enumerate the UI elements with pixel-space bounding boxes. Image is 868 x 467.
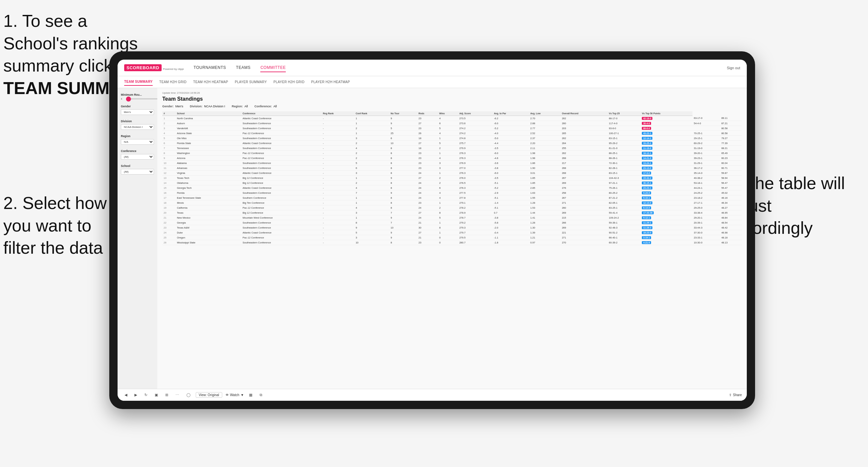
nav-committee[interactable]: COMMITTEE [260,64,286,72]
col-no-tour: No Tour [390,111,417,116]
table-cell: -2.0 [493,225,529,230]
col-reg-rank: Reg Rank [321,111,354,116]
table-cell: 42-18-0 [641,116,692,121]
school-select[interactable]: (All) [121,169,154,175]
table-cell: 280.7 [458,240,493,245]
table-cell: Texas A&M [176,225,241,230]
nav-teams[interactable]: TEAMS [236,64,251,72]
tab-player-summary[interactable]: PLAYER SUMMARY [235,79,267,86]
expand-btn[interactable]: ⧉ [258,392,264,398]
table-cell: 58.94 [720,176,742,181]
table-cell: 0.7 [493,210,529,215]
table-cell: Texas Tech [176,176,241,181]
clock-btn[interactable]: ◯ [184,392,192,398]
table-cell: 279.5 [458,235,493,240]
rounds-slider[interactable] [126,98,157,99]
table-cell: 8 [390,181,417,185]
table-cell: 61-21-0 [608,146,641,151]
share-icon: ⇪ [729,393,732,397]
table-cell: Arizona [176,156,241,161]
table-cell: 37-30-0 [692,230,720,235]
table-cell: 266 [561,220,608,225]
table-cell: 12-14-1 [641,136,692,141]
table-cell: Big 12 Conference [241,176,321,181]
tab-player-h2h-heatmap[interactable]: PLAYER H2H HEATMAP [311,79,350,86]
table-cell: 1.98 [529,151,560,156]
table-cell: Duke [176,230,241,235]
share-btn[interactable]: ⇪ Share [729,393,742,397]
conference-filter-label: Conference: [254,105,272,108]
table-row: 20TexasBig 12 Conference-37278278.90.71.… [162,210,742,215]
standings-table: # School Conference Reg Rank Conf Rank N… [162,111,742,245]
table-cell: Pac-12 Conference [241,156,321,161]
sign-out-button[interactable]: Sign out [727,66,740,70]
table-cell: 279.3 [458,225,493,230]
grid2-btn[interactable]: ▦ [247,392,254,398]
table-cell: 23 [417,156,438,161]
table-cell: 23 [417,161,438,165]
table-cell: 33-38-4 [692,210,720,215]
table-cell: 276.3 [458,170,493,176]
table-cell: 260 [561,121,608,126]
division-select[interactable]: NCAA Division I NCAA Division II NCAA Di… [121,124,154,130]
table-cell: 45.02 [720,190,742,195]
dot-menu-btn[interactable]: ⋯ [174,392,181,398]
nav-forward-btn[interactable]: ▶ [132,392,139,398]
table-cell: -0.4 [493,230,529,235]
table-row: 21New MexicoMountain West Conference-192… [162,215,742,220]
tab-team-summary[interactable]: TEAM SUMMARY [124,78,153,86]
nav-tournaments[interactable]: TOURNAMENTS [194,64,226,72]
tab-player-h2h-grid[interactable]: PLAYER H2H GRID [274,79,305,86]
table-cell: 1 [354,176,390,181]
table-cell: 3 [354,235,390,240]
slider-min-val: 4 [121,98,125,100]
table-cell: 4-21-0 [641,240,692,245]
table-cell: 4 [438,190,458,195]
table-cell: 1.44 [529,210,560,215]
table-cell: Illinois [176,200,241,205]
table-cell: Arkansas [176,165,241,170]
table-cell: 53-18-1 [692,181,720,185]
refresh-btn[interactable]: ↻ [143,392,149,398]
conference-select[interactable]: (All) [121,154,154,160]
table-cell: 6 [162,141,176,146]
table-cell: -5.1 [493,181,529,185]
table-cell: 77.39 [720,141,742,146]
copy-btn[interactable]: ▣ [153,392,160,398]
table-cell: 46.98 [720,230,742,235]
table-cell: -3.8 [493,165,529,170]
table-cell: 8 [390,165,417,170]
table-cell: 46.34 [720,200,742,205]
table-cell: 8 [390,205,417,210]
tab-team-h2h-heatmap[interactable]: TEAM H2H HEATMAP [193,79,228,86]
table-cell: 24-25-2 [692,190,720,195]
watch-btn[interactable]: 👁 Watch ▼ [225,393,244,397]
gender-filter-display: Gender: Men's [162,105,183,108]
grid-btn[interactable]: ⊞ [163,392,170,398]
sidebar-filters: Minimum Rou... 4 30 Gender Men's Women's [118,88,157,389]
nav-back-btn[interactable]: ◀ [123,392,129,398]
table-cell: 2.52 [529,131,560,136]
table-cell: - [321,126,354,131]
table-cell: - [321,185,354,190]
table-cell: Ole Miss [176,136,241,141]
table-cell: 8-14-0 [641,205,692,210]
table-cell: 7 [162,146,176,151]
gender-select[interactable]: Men's Women's [121,109,154,115]
view-original-btn[interactable]: View: Original [196,392,222,398]
table-cell: -4.6 [493,156,529,161]
table-cell: 1.86 [529,161,560,165]
table-cell: 18 [417,136,438,141]
table-cell: 11-28-3 [641,225,692,230]
table-cell: 39-20-1 [692,151,720,156]
table-row: 9ArizonaPac-12 Conference-28234276.3-4.6… [162,156,742,161]
tab-team-h2h-grid[interactable]: TEAM H2H GRID [159,79,186,86]
table-row: 23Texas A&MSoutheastern Conference-91030… [162,225,742,230]
table-cell: - [321,141,354,146]
region-select[interactable]: N/A East West [121,139,154,145]
table-cell: 3 [438,165,458,170]
table-cell: California [176,205,241,210]
table-cell: 4 [438,195,458,200]
table-cell: 1 [354,116,390,121]
table-cell: 9-10-1 [641,195,692,200]
